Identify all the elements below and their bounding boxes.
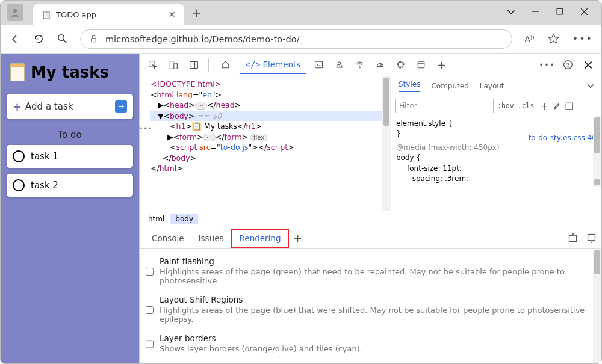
browser-tab[interactable]: 📋 TODO app ✕	[33, 4, 184, 25]
svg-point-14	[338, 62, 341, 65]
svg-rect-27	[569, 235, 577, 241]
rendering-option-title: Frame Rendering Stats	[160, 363, 440, 363]
svg-rect-13	[315, 61, 322, 68]
application-icon[interactable]	[412, 57, 429, 73]
svg-point-0	[13, 9, 17, 13]
drawer-tab-console[interactable]: Console	[144, 230, 191, 247]
hov-toggle[interactable]: :hov	[497, 102, 514, 110]
memory-icon[interactable]	[392, 57, 409, 73]
task-item[interactable]: task 2	[7, 174, 133, 197]
network-icon[interactable]	[351, 57, 368, 73]
rendering-option-desc: Shows layer borders (orange/olive) and t…	[160, 344, 362, 353]
devtools-drawer: Console Issues Rendering + Paint flashin…	[140, 227, 601, 363]
app-header: My tasks	[10, 63, 133, 81]
brush-icon[interactable]	[552, 102, 561, 111]
console-icon[interactable]	[310, 57, 327, 73]
favorite-icon[interactable]	[548, 33, 559, 45]
rendering-checkbox[interactable]	[146, 258, 154, 285]
rendering-option: Paint flashingHighlights areas of the pa…	[146, 253, 595, 291]
close-window-icon[interactable]	[580, 8, 588, 16]
welcome-tab[interactable]	[215, 57, 236, 73]
task-item[interactable]: task 1	[7, 145, 133, 168]
rendering-checkbox[interactable]	[146, 335, 154, 353]
styles-rules[interactable]: element.style { } @media (max-width: 450…	[391, 116, 601, 187]
toggle-layout-icon[interactable]	[565, 102, 574, 111]
sources-icon[interactable]	[330, 57, 347, 73]
dom-tree[interactable]: ••• <!DOCTYPE html> <html lang="en"> ▶<h…	[140, 76, 391, 211]
collapse-icon[interactable]	[586, 233, 597, 243]
task-label: task 2	[31, 180, 58, 191]
add-task-placeholder: Add a task	[25, 101, 73, 112]
rendering-checkbox[interactable]	[146, 297, 154, 324]
tab-title: TODO app	[56, 10, 96, 19]
svg-line-6	[63, 40, 66, 43]
refresh-button[interactable]	[33, 33, 45, 45]
read-aloud-icon[interactable]: A⁾⁾	[524, 34, 534, 44]
settings-more-icon[interactable]: •••	[539, 57, 556, 73]
close-tab-icon[interactable]: ✕	[169, 10, 176, 19]
source-link[interactable]: to-do-styles.css:40	[529, 133, 597, 143]
search-icon[interactable]	[57, 33, 68, 45]
rendering-option: Frame Rendering StatsPlots frame through…	[146, 359, 595, 363]
more-drawer-tabs-icon[interactable]: +	[289, 230, 306, 246]
computed-tab[interactable]: Computed	[431, 82, 468, 90]
rendering-option-title: Layout Shift Regions	[160, 295, 595, 304]
plus-icon: +	[13, 100, 22, 113]
url-text: microsoftedge.github.io/Demos/demo-to-do…	[105, 34, 300, 44]
rendering-panel: Paint flashingHighlights areas of the pa…	[140, 249, 601, 363]
checkbox-icon[interactable]	[13, 150, 25, 162]
rendering-option-title: Paint flashing	[160, 256, 595, 266]
new-style-icon[interactable]: +	[540, 100, 548, 112]
app-title: My tasks	[31, 63, 109, 81]
more-tabs-icon[interactable]: +	[433, 57, 450, 73]
back-button[interactable]	[9, 33, 21, 45]
address-bar[interactable]: microsoftedge.github.io/Demos/demo-to-do…	[80, 29, 512, 49]
chevron-down-icon[interactable]	[587, 82, 594, 90]
clipboard-icon	[10, 63, 25, 81]
dom-ellipsis-icon[interactable]: •••	[140, 123, 152, 134]
elements-tab[interactable]: </> Elements	[240, 56, 306, 74]
submit-icon[interactable]: →	[115, 100, 127, 113]
browser-toolbar: microsoftedge.github.io/Demos/demo-to-do…	[1, 25, 601, 54]
cls-toggle[interactable]: .cls	[518, 102, 535, 110]
minimize-icon[interactable]	[532, 8, 539, 16]
maximize-icon[interactable]	[556, 8, 563, 16]
svg-rect-28	[588, 235, 595, 241]
add-task-input[interactable]: + Add a task →	[7, 94, 133, 119]
inspect-icon[interactable]	[144, 57, 161, 73]
dock-icon[interactable]	[185, 57, 202, 73]
svg-rect-11	[190, 61, 198, 68]
svg-rect-10	[174, 63, 178, 69]
rendering-option: Layout Shift RegionsHighlights areas of …	[146, 291, 595, 330]
svg-rect-18	[399, 63, 403, 67]
more-icon[interactable]: •••	[573, 33, 593, 45]
svg-point-5	[58, 35, 64, 41]
crumb-html[interactable]: html	[143, 214, 169, 224]
clipboard-icon: 📋	[42, 10, 51, 19]
chevron-down-icon[interactable]	[507, 8, 515, 16]
svg-rect-7	[92, 39, 96, 42]
device-icon[interactable]	[165, 57, 182, 73]
expand-icon[interactable]	[568, 233, 578, 243]
svg-point-16	[359, 67, 361, 68]
rendering-option-desc: Highlights areas of the page (green) tha…	[160, 267, 595, 285]
code-icon: </>	[246, 60, 260, 69]
close-devtools-icon[interactable]	[580, 57, 597, 73]
rendering-option: Layer bordersShows layer borders (orange…	[146, 330, 595, 359]
styles-tab[interactable]: Styles	[399, 80, 420, 92]
styles-pane: Styles Computed Layout :hov .cls + eleme…	[391, 76, 601, 227]
crumb-body[interactable]: body	[170, 214, 198, 224]
help-icon[interactable]	[559, 57, 576, 73]
profile-icon[interactable]	[7, 4, 23, 21]
drawer-tab-rendering[interactable]: Rendering	[231, 229, 290, 248]
lock-icon	[89, 34, 98, 43]
svg-rect-19	[418, 61, 424, 68]
rendering-option-title: Layer borders	[160, 333, 362, 343]
checkbox-icon[interactable]	[13, 179, 25, 191]
performance-icon[interactable]	[371, 57, 388, 73]
styles-filter-input[interactable]	[395, 99, 494, 113]
layout-tab[interactable]: Layout	[480, 82, 504, 90]
breadcrumb[interactable]: html body	[140, 211, 391, 227]
drawer-tab-issues[interactable]: Issues	[191, 230, 231, 247]
new-tab-button[interactable]: +	[191, 5, 202, 20]
